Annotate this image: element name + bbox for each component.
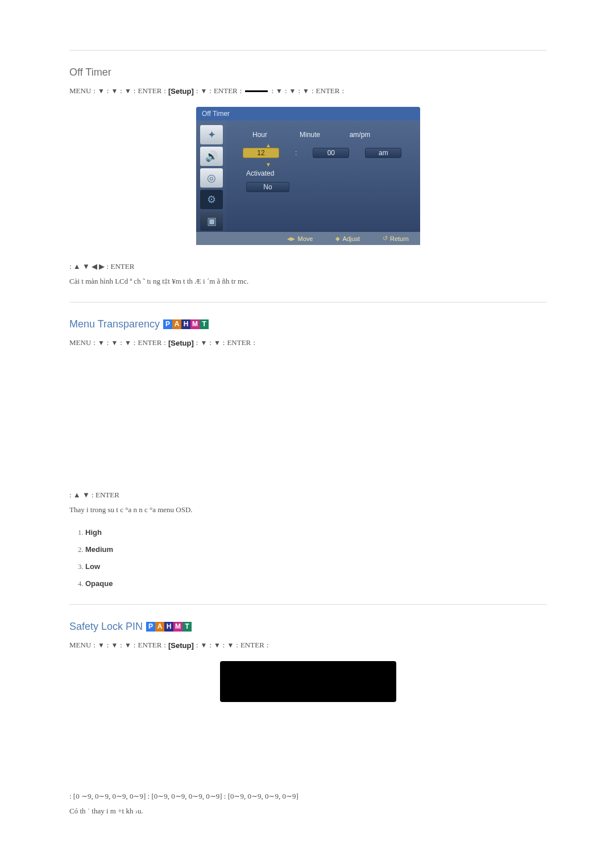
safety-lock-heading: Safety Lock PIN P A H M T (69, 621, 547, 633)
osd-minute-value[interactable]: 00 (313, 148, 349, 158)
safety-lock-title-text: Safety Lock PIN (69, 621, 143, 633)
pin-spacer (69, 719, 547, 782)
osd-icon-settings[interactable]: ⚙ (200, 190, 223, 209)
safety-lock-path: MENU : ▼ : ▼ : ▼ : ENTER : [Setup] : ▼ :… (69, 641, 547, 650)
safety-lock-pin-line: : [0 ∼9, 0∼9, 0∼9, 0∼9] : [0∼9, 0∼9, 0∼9… (69, 792, 547, 801)
enter-label: ENTER (240, 641, 264, 650)
down-arrow-icon: ▼ (276, 87, 283, 95)
pahmt-p: P (146, 622, 155, 632)
colon: : (107, 86, 109, 95)
colon: : (209, 641, 211, 650)
transparency-options: High Medium Low Opaque (85, 528, 547, 588)
osd-minute-label: Minute (293, 131, 327, 139)
colon: : (134, 641, 136, 650)
up-arrow-icon: ▲ (255, 143, 281, 148)
enter-label: ENTER (138, 641, 161, 650)
colon: : (236, 641, 238, 650)
colon: : (223, 338, 225, 347)
off-timer-control-line: : ▲ ▼ ◀ ▶ : ENTER (69, 262, 547, 271)
down-arrow-icon: ▼ (125, 87, 131, 95)
osd-ampm-value[interactable]: am (365, 148, 401, 158)
menu-transparency-control-line: : ▲ ▼ : ENTER (69, 491, 547, 500)
down-arrow-icon: ▼ (214, 641, 221, 650)
pahmt-badge: P A H M T (146, 622, 192, 632)
osd-hour-value[interactable]: 12 (243, 148, 279, 158)
pahmt-t: T (200, 319, 209, 329)
colon: : (209, 338, 211, 347)
down-arrow-icon: ▼ (111, 339, 118, 347)
osd-icon-sound[interactable]: 🔊 (200, 147, 223, 166)
off-timer-osd: Off Timer ✦ 🔊 ◎ ⚙ ▣ Hour Minute am/pm (69, 107, 547, 245)
off-timer-menu-path: MENU : ▼ : ▼ : ▼ : ENTER : [Setup] : ▼ :… (69, 86, 547, 95)
osd-move-hint: Move (287, 235, 313, 242)
down-arrow-icon: ▼ (255, 163, 281, 167)
menu-transparency-path: MENU : ▼ : ▼ : ▼ : ENTER : [Setup] : ▼ :… (69, 338, 547, 347)
pin-entry-display[interactable] (220, 661, 396, 702)
pin-entry-box (69, 661, 547, 702)
pahmt-p: P (163, 319, 172, 329)
setup-label: [Setup] (168, 339, 194, 347)
down-arrow-icon: ▼ (227, 641, 234, 650)
option-medium: Medium (85, 545, 547, 554)
pahmt-m: M (190, 319, 200, 329)
enter-label: ENTER (138, 338, 161, 347)
colon: : (107, 641, 109, 650)
colon: : (120, 86, 122, 95)
pahmt-badge: P A H M T (163, 319, 209, 329)
osd-icon-picture[interactable]: ✦ (200, 125, 223, 144)
option-low: Low (85, 562, 547, 571)
colon: : (271, 86, 273, 95)
enter-label: ENTER (227, 338, 251, 347)
menu-label: MENU (69, 338, 91, 347)
colon: : (285, 86, 287, 95)
down-arrow-icon: ▼ (302, 87, 309, 95)
down-arrow-icon: ▼ (214, 339, 221, 347)
pahmt-a: A (172, 319, 181, 329)
pahmt-m: M (173, 622, 182, 632)
osd-title: Off Timer (196, 107, 420, 121)
divider (69, 302, 547, 302)
colon: : (209, 86, 211, 95)
osd-activated-value[interactable]: No (246, 182, 289, 192)
pahmt-h: H (181, 319, 190, 329)
colon: : (164, 86, 166, 95)
down-arrow-icon: ▼ (125, 339, 131, 347)
osd-activated-label: Activated (246, 169, 408, 177)
divider (69, 604, 547, 605)
osd-bottom-bar: Move Adjust Return (196, 232, 420, 245)
option-opaque: Opaque (85, 579, 547, 588)
enter-label: ENTER (316, 86, 340, 95)
menu-transparency-desc: Thay i trong su t c °a n n c °a menu OSD… (69, 505, 547, 514)
safety-lock-desc: Có th ˙ thay i m +t kh ›u. (69, 807, 547, 816)
osd-icon-input[interactable]: ▣ (200, 211, 223, 231)
colon: : (223, 641, 225, 650)
colon: : (93, 641, 96, 650)
colon: : (253, 338, 255, 347)
menu-transparency-heading: Menu Transparency P A H M T (69, 318, 547, 330)
off-timer-desc: Cài t màn hình LCd ª ch ˜ tı ng t‡t ¥m t… (69, 277, 547, 286)
osd-return-hint: Return (383, 235, 409, 242)
colon: : (196, 641, 198, 650)
setup-label: [Setup] (168, 641, 194, 650)
colon: : (93, 86, 96, 95)
osd-ampm-label: am/pm (343, 131, 377, 139)
menu-label: MENU (69, 641, 91, 650)
menu-label: MENU (69, 86, 91, 95)
colon: : (134, 86, 136, 95)
down-arrow-icon: ▼ (289, 87, 296, 95)
enter-label: ENTER (138, 86, 161, 95)
osd-icon-other[interactable]: ◎ (200, 168, 223, 188)
colon: : (164, 338, 166, 347)
osd-side-icons: ✦ 🔊 ◎ ⚙ ▣ (196, 121, 227, 232)
down-arrow-icon: ▼ (98, 87, 105, 95)
down-arrow-icon: ▼ (98, 641, 105, 650)
colon: : (342, 86, 344, 95)
colon: : (120, 338, 122, 347)
divider (69, 50, 547, 51)
down-arrow-icon: ▼ (98, 339, 105, 347)
off-timer-heading: Off Timer (69, 67, 547, 78)
colon: : (312, 86, 314, 95)
transparency-image-placeholder (69, 355, 547, 480)
colon: : (298, 86, 300, 95)
colon: : (164, 641, 166, 650)
